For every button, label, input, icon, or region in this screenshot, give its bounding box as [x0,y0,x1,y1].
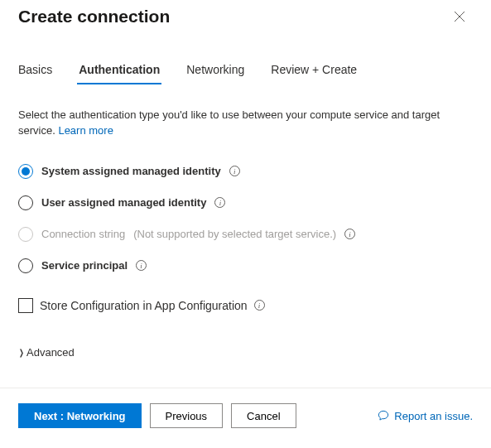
tab-review-create[interactable]: Review + Create [271,63,357,84]
option-system-assigned[interactable]: System assigned managed identity i [18,164,473,179]
option-label: Connection string [41,228,125,240]
store-config-label: Store Configuration in App Configuration [40,299,248,312]
next-button[interactable]: Next : Networking [18,403,142,428]
info-icon[interactable]: i [229,166,240,176]
store-config-row: Store Configuration in App Configuration… [18,298,473,313]
option-user-assigned[interactable]: User assigned managed identity i [18,195,473,210]
radio-icon [18,195,33,210]
auth-options: System assigned managed identity i User … [18,164,473,273]
cancel-button[interactable]: Cancel [231,403,296,428]
tabs: Basics Authentication Networking Review … [18,63,473,84]
previous-button[interactable]: Previous [150,403,224,428]
tab-basics[interactable]: Basics [18,63,52,84]
option-connection-string: Connection string (Not supported by sele… [18,227,473,242]
info-icon[interactable]: i [136,260,147,271]
feedback-icon [378,410,389,422]
report-issue-label: Report an issue. [394,410,473,422]
chevron-right-icon: ❯ [19,348,24,357]
close-button[interactable] [446,3,473,30]
advanced-label: Advanced [26,346,75,359]
store-config-checkbox[interactable] [18,298,33,313]
radio-icon [18,227,33,242]
close-icon [454,11,465,22]
option-label: User assigned managed identity [41,196,206,209]
radio-icon [18,258,33,273]
option-label: Service principal [41,259,128,272]
radio-icon [18,164,33,179]
report-issue-link[interactable]: Report an issue. [378,410,473,422]
info-icon[interactable]: i [344,229,355,239]
advanced-toggle[interactable]: ❯ Advanced [18,346,473,359]
learn-more-link[interactable]: Learn more [58,124,113,137]
footer: Next : Networking Previous Cancel Report… [0,388,491,428]
info-icon[interactable]: i [254,300,265,311]
option-service-principal[interactable]: Service principal i [18,258,473,273]
tab-networking[interactable]: Networking [186,63,244,84]
option-note: (Not supported by selected target servic… [133,228,336,240]
option-label: System assigned managed identity [41,165,221,177]
page-title: Create connection [18,7,446,26]
description: Select the authentication type you'd lik… [18,108,473,139]
tab-authentication[interactable]: Authentication [79,63,160,84]
info-icon[interactable]: i [214,197,225,208]
